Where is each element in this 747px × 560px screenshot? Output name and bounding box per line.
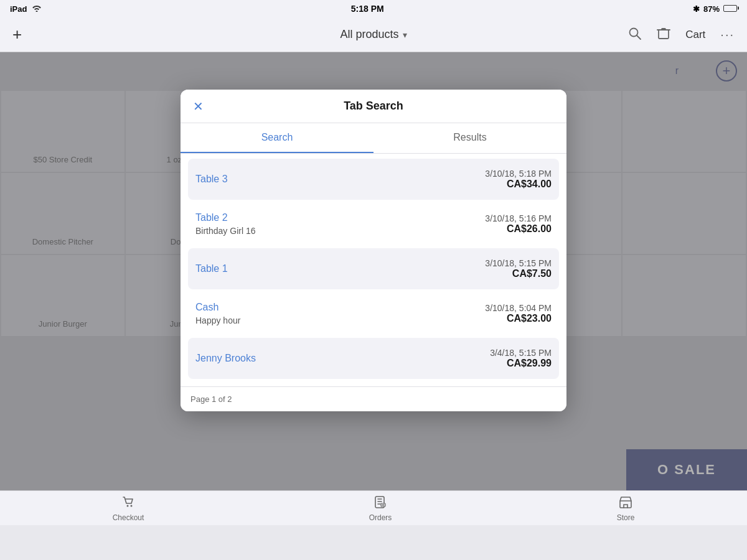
result-sub: Happy hour (195, 315, 240, 325)
nav-left: + (12, 25, 193, 44)
result-row-cash[interactable]: Cash Happy hour 3/10/18, 5:04 PM CA$23.0… (188, 292, 559, 335)
wifi-icon (32, 4, 42, 14)
status-right: ✱ 87% (693, 4, 737, 14)
result-date: 3/10/18, 5:16 PM (485, 213, 552, 223)
tab-orders[interactable]: Orders (369, 495, 392, 522)
svg-rect-2 (659, 30, 669, 39)
cart-label[interactable]: Cart (685, 29, 705, 41)
checkout-label: Checkout (113, 513, 144, 522)
dropdown-icon: ▾ (403, 30, 407, 40)
result-name: Cash (195, 302, 240, 313)
tab-checkout[interactable]: Checkout (113, 495, 144, 522)
top-nav: + All products ▾ Cart ··· (0, 17, 747, 52)
result-row-table1[interactable]: Table 1 3/10/18, 5:15 PM CA$7.50 (188, 248, 559, 289)
store-label: Store (617, 513, 635, 522)
checkout-icon (121, 495, 136, 511)
result-row-table2[interactable]: Table 2 Birthday Girl 16 3/10/18, 5:16 P… (188, 202, 559, 246)
bottom-bar: Checkout Orders Store (0, 490, 747, 525)
modal-header: ✕ Tab Search (181, 90, 566, 123)
modal-tab-bar: Search Results (181, 123, 566, 154)
status-left: iPad (10, 4, 42, 14)
result-amount: CA$23.00 (485, 313, 552, 324)
device-label: iPad (10, 4, 27, 14)
modal-close-button[interactable]: ✕ (193, 99, 204, 114)
tab-store[interactable]: Store (617, 495, 635, 522)
result-row-jenny[interactable]: Jenny Brooks 3/4/18, 5:15 PM CA$29.99 (188, 338, 559, 379)
background-content: r + $50 Store Credit 1 oz House Domestic… (0, 52, 747, 525)
modal-title: Tab Search (193, 100, 554, 113)
result-date: 3/10/18, 5:18 PM (485, 169, 552, 179)
time-display: 5:18 PM (351, 4, 384, 14)
tab-results[interactable]: Results (374, 123, 566, 153)
status-bar: iPad 5:18 PM ✱ 87% (0, 0, 747, 17)
result-name: Table 2 (195, 212, 255, 223)
svg-line-1 (637, 35, 641, 39)
nav-right: Cart ··· (554, 27, 735, 43)
orders-label: Orders (369, 513, 392, 522)
result-date: 3/10/18, 5:15 PM (485, 258, 552, 268)
modal-overlay: ✕ Tab Search Search Results Table 3 (0, 52, 747, 525)
result-amount: CA$34.00 (485, 179, 552, 190)
store-icon (618, 495, 633, 511)
result-name: Table 1 (195, 263, 228, 274)
battery-percent: 87% (703, 4, 720, 14)
result-name: Jenny Brooks (195, 353, 256, 364)
result-date: 3/10/18, 5:04 PM (485, 303, 552, 313)
nav-center: All products ▾ (193, 28, 554, 41)
more-icon[interactable]: ··· (720, 27, 735, 42)
result-date: 3/4/18, 5:15 PM (490, 348, 552, 358)
svg-point-4 (126, 505, 128, 506)
tab-search[interactable]: Search (181, 123, 374, 153)
svg-point-5 (130, 505, 132, 506)
add-button[interactable]: + (12, 25, 22, 44)
result-sub: Birthday Girl 16 (195, 226, 255, 236)
result-amount: CA$7.50 (485, 268, 552, 279)
battery-icon (723, 4, 737, 14)
bluetooth-icon: ✱ (693, 4, 700, 14)
delete-icon[interactable] (657, 27, 670, 43)
result-amount: CA$26.00 (485, 223, 552, 235)
result-amount: CA$29.99 (490, 358, 552, 369)
products-title[interactable]: All products ▾ (340, 28, 406, 41)
result-name: Table 3 (195, 174, 228, 185)
results-list: Table 3 3/10/18, 5:18 PM CA$34.00 Table … (181, 154, 566, 386)
search-icon[interactable] (628, 27, 642, 43)
page-indicator: Page 1 of 2 (181, 386, 566, 411)
orders-icon (373, 495, 388, 511)
tab-search-modal: ✕ Tab Search Search Results Table 3 (181, 90, 566, 411)
result-row-table3[interactable]: Table 3 3/10/18, 5:18 PM CA$34.00 (188, 159, 559, 200)
